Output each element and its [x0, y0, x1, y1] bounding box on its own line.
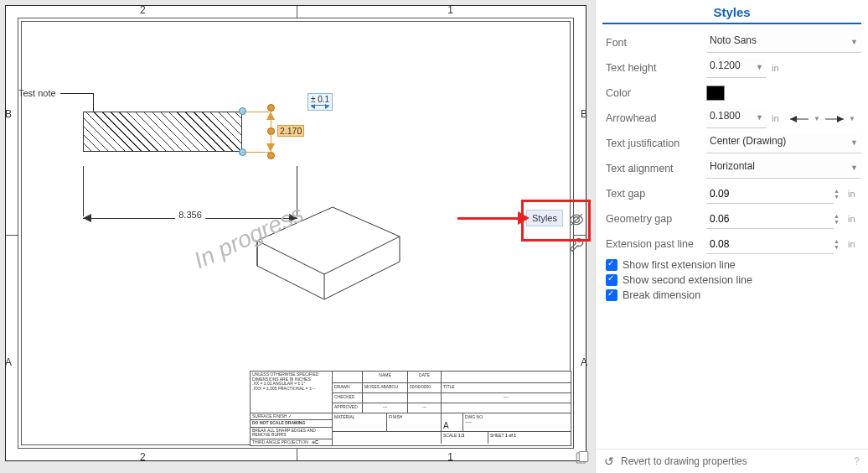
tolerance-badge[interactable]: ± 0.1 — [307, 93, 333, 111]
grid-tick — [297, 6, 297, 18]
geometry-gap-input[interactable] — [706, 209, 834, 229]
dimension-handle[interactable] — [267, 104, 275, 112]
tools-icon[interactable] — [566, 235, 586, 255]
svg-marker-7 — [837, 116, 844, 122]
spinner-icon[interactable]: ▲▼ — [834, 209, 843, 229]
text-height-label: Text height — [606, 62, 706, 74]
text-height-select[interactable]: 0.1200 — [706, 58, 767, 78]
arrowhead-start-style[interactable] — [790, 114, 809, 122]
dimension-value: 8.356 — [175, 210, 205, 220]
text-alignment-label: Text alignment — [606, 163, 706, 174]
panel-title: Styles — [602, 0, 861, 24]
geometry-gap-label: Geometry gap — [606, 213, 706, 225]
grid-col-2-bottom: 2 — [140, 451, 146, 463]
text-alignment-select[interactable]: Horizontal — [706, 159, 861, 179]
spinner-icon[interactable]: ▲▼ — [834, 234, 843, 254]
color-label: Color — [606, 87, 706, 99]
note-text[interactable]: Test note — [18, 88, 56, 98]
font-select[interactable]: Noto Sans — [706, 33, 861, 53]
arrowhead-size-select[interactable]: 0.1800 — [706, 108, 767, 128]
font-label: Font — [606, 37, 706, 49]
grid-col-1-bottom: 1 — [447, 451, 453, 463]
callout-arrow — [457, 217, 521, 220]
arrowhead-label: Arrowhead — [606, 112, 706, 124]
show-second-extension-checkbox[interactable] — [606, 274, 617, 286]
svg-marker-5 — [790, 116, 797, 122]
color-swatch[interactable] — [706, 86, 725, 101]
extension-past-line-label: Extension past line — [606, 238, 706, 250]
revert-icon[interactable]: ↺ — [604, 455, 614, 468]
grid-row-a-right: A — [581, 356, 587, 368]
visibility-icon[interactable] — [566, 210, 586, 230]
grid-tick — [297, 449, 297, 460]
drawing-canvas[interactable]: 2 1 2 1 B A B A Test note — [0, 0, 595, 473]
grid-tick — [6, 235, 18, 236]
sheet-list-icon[interactable] — [575, 450, 590, 468]
drawing-sheet: 2 1 2 1 B A B A Test note — [5, 5, 586, 461]
show-first-extension-checkbox[interactable] — [606, 259, 617, 271]
text-justification-select[interactable]: Center (Drawing) — [706, 133, 861, 153]
grid-row-b-right: B — [581, 108, 587, 120]
dimension-handle[interactable] — [267, 152, 275, 159]
styles-panel: Styles Font Noto Sans Text height 0.1200… — [595, 0, 868, 473]
grid-col-2-top: 2 — [140, 4, 146, 16]
grid-row-b-left: B — [5, 108, 12, 120]
revert-button[interactable]: Revert to drawing properties — [621, 455, 747, 467]
arrowhead-end-style[interactable] — [825, 114, 844, 122]
grid-row-a-left: A — [5, 356, 12, 368]
note-leader — [93, 93, 94, 112]
extension-past-line-input[interactable] — [706, 234, 834, 254]
title-block[interactable]: UNLESS OTHERWISE SPECIFIED DIMENSIONS AR… — [250, 371, 571, 446]
styles-button[interactable]: Styles — [526, 210, 563, 226]
svg-rect-3 — [579, 452, 588, 462]
section-view[interactable] — [83, 112, 242, 152]
note-leader — [60, 93, 94, 94]
text-justification-label: Text justification — [606, 138, 706, 149]
break-dimension-checkbox[interactable] — [606, 289, 617, 301]
dimension-value: 2.170 — [277, 125, 304, 137]
help-icon[interactable]: ? — [854, 455, 860, 467]
grid-col-1-top: 1 — [447, 4, 453, 16]
text-gap-input[interactable] — [706, 184, 834, 204]
text-gap-label: Text gap — [606, 188, 706, 200]
spinner-icon[interactable]: ▲▼ — [834, 184, 843, 204]
isometric-view[interactable] — [240, 190, 408, 316]
